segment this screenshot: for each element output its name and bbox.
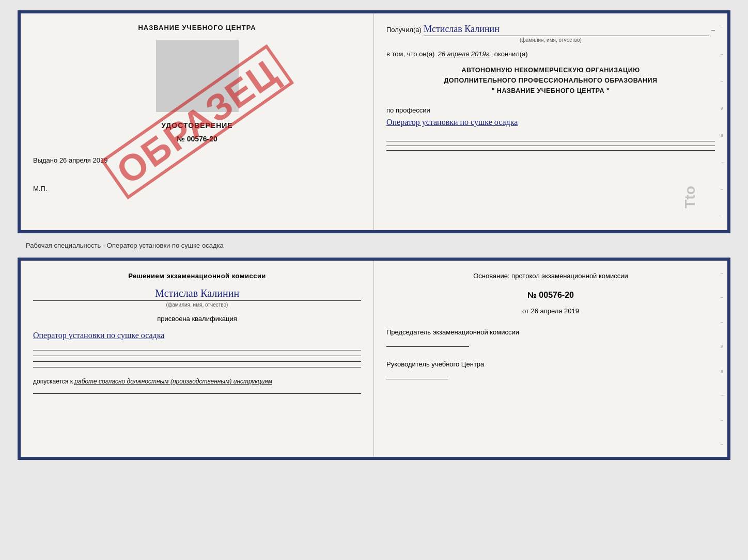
dopuskaetsya-block: допускается к работе согласно должностны… xyxy=(33,378,361,385)
separator-text: Рабочая специальность - Оператор установ… xyxy=(10,242,224,249)
top-right-panel: Получил(а) Мстислав Калинин – (фамилия, … xyxy=(374,13,727,230)
profession-name-top: Оператор установки по сушке осадка xyxy=(386,116,715,129)
certificate-photo-box xyxy=(156,40,239,112)
udostoverenie-label: УДОСТОВЕРЕНИЕ xyxy=(33,121,361,130)
ot-date-block: от 26 апреля 2019 xyxy=(386,307,715,315)
dopuskaetsya-work: работе согласно должностным (производств… xyxy=(74,378,272,385)
bottom-name-block: Мстислав Калинин (фамилия, имя, отчество… xyxy=(33,285,361,308)
okonchil-label: окончил(а) xyxy=(494,50,528,58)
rukovoditel-sig-line xyxy=(386,379,448,379)
right-line-1 xyxy=(386,141,715,141)
left-lines-block-2 xyxy=(33,393,361,394)
predsedatel-sig-line xyxy=(386,346,469,347)
poluchil-label: Получил(а) xyxy=(386,26,422,34)
ot-date: 26 апреля 2019 xyxy=(531,307,580,315)
bottom-left-panel: Решением экзаменационной комиссии Мстисл… xyxy=(21,261,374,457)
left-line-1 xyxy=(33,350,361,350)
fio-label-bottom: (фамилия, имя, отчество) xyxy=(33,302,361,308)
top-left-panel: НАЗВАНИЕ УЧЕБНОГО ЦЕНТРА УДОСТОВЕРЕНИЕ №… xyxy=(21,13,374,230)
vydano-label: Выдано xyxy=(33,156,57,164)
left-line-3 xyxy=(33,361,361,362)
dash-after-name: – xyxy=(711,26,715,34)
fio-label-top: (фамилия, имя, отчество) xyxy=(386,37,715,43)
resheniem-title: Решением экзаменационной комиссии xyxy=(33,271,361,281)
org-line3: " НАЗВАНИЕ УЧЕБНОГО ЦЕНТРА " xyxy=(386,86,715,96)
bottom-document-card: Решением экзаменационной комиссии Мстисл… xyxy=(18,258,730,460)
top-document-card: НАЗВАНИЕ УЧЕБНОГО ЦЕНТРА УДОСТОВЕРЕНИЕ №… xyxy=(18,10,730,233)
left-lines-block xyxy=(33,350,361,367)
recipient-name-top: Мстислав Калинин xyxy=(424,24,709,36)
right-line-3 xyxy=(386,150,715,151)
rukovoditel-block: Руководитель учебного Центра xyxy=(386,359,715,379)
osnovanie-title: Основание: протокол экзаменационной коми… xyxy=(386,271,715,281)
left-line-4 xyxy=(33,367,361,367)
right-lines-block xyxy=(386,141,715,151)
org-block: АВТОНОМНУЮ НЕКОММЕРЧЕСКУЮ ОРГАНИЗАЦИЮ ДО… xyxy=(386,65,715,96)
vydano-line: Выдано 26 апреля 2019 xyxy=(33,156,361,164)
dopuskaetsya-prefix: допускается к xyxy=(33,378,73,385)
ot-prefix: от xyxy=(522,307,529,315)
bottom-recipient-name: Мстислав Калинин xyxy=(33,287,361,301)
poluchil-line: Получил(а) Мстислав Калинин – xyxy=(386,24,715,36)
vtom-label: в том, что он(а) xyxy=(386,50,434,58)
left-line-5 xyxy=(33,393,361,394)
side-dashes-top-right: –––иа←–– xyxy=(721,13,725,230)
qualification-name: Оператор установки по сушке осадка xyxy=(33,329,361,342)
vydano-date: 26 апреля 2019 xyxy=(59,156,108,164)
top-center-title: НАЗВАНИЕ УЧЕБНОГО ЦЕНТРА xyxy=(33,24,361,31)
predsedatel-block: Председатель экзаменационной комиссии xyxy=(386,327,715,347)
rukovoditel-label: Руководитель учебного Центра xyxy=(386,359,715,370)
side-dashes-bottom-right: –––иа←–– xyxy=(721,261,725,457)
top-right-content: Получил(а) Мстислав Калинин – (фамилия, … xyxy=(386,24,715,151)
prisvoena-label: присвоена квалификация xyxy=(33,315,361,323)
right-line-2 xyxy=(386,146,715,146)
predsedatel-label: Председатель экзаменационной комиссии xyxy=(386,327,715,338)
po-professii-block: по профессии Оператор установки по сушке… xyxy=(386,103,715,129)
po-professii-label: по профессии xyxy=(386,106,715,114)
bottom-right-panel: Основание: протокол экзаменационной коми… xyxy=(374,261,727,457)
org-line1: АВТОНОМНУЮ НЕКОММЕРЧЕСКУЮ ОРГАНИЗАЦИЮ xyxy=(386,65,715,75)
left-line-2 xyxy=(33,356,361,356)
org-line2: ДОПОЛНИТЕЛЬНОГО ПРОФЕССИОНАЛЬНОГО ОБРАЗО… xyxy=(386,75,715,86)
vtom-line: в том, что он(а) 26 апреля 2019г. окончи… xyxy=(386,50,715,58)
protocol-number: № 00576-20 xyxy=(386,291,715,300)
tto-watermark: Tto xyxy=(682,186,698,209)
poluchil-block: Получил(а) Мстислав Калинин – (фамилия, … xyxy=(386,24,715,43)
vtom-date: 26 апреля 2019г. xyxy=(438,50,491,58)
certificate-number: № 00576-20 xyxy=(33,135,361,143)
mp-label: М.П. xyxy=(33,185,361,193)
